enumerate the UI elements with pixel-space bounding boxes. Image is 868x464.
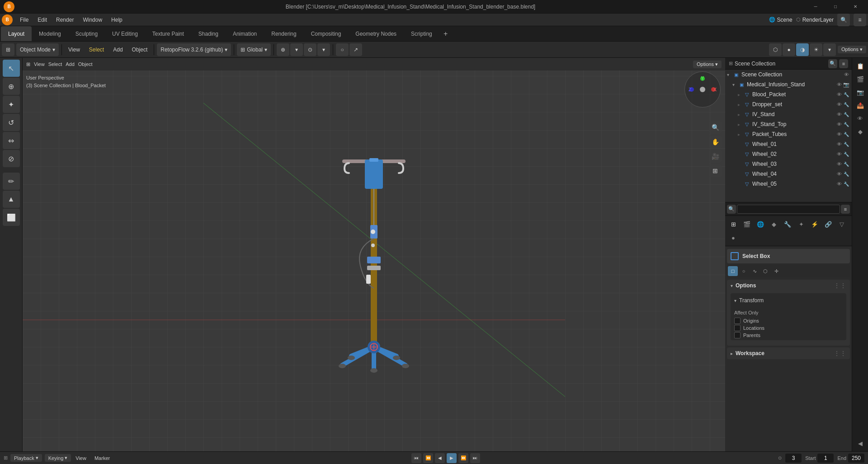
workspace-dots[interactable]: ⋮⋮: [834, 350, 846, 357]
close-button[interactable]: ✕: [846, 2, 864, 11]
vis-render-medical[interactable]: 📷: [843, 81, 850, 88]
prop-tab-scene[interactable]: 🎬: [741, 218, 753, 230]
outliner-blood-packet[interactable]: ▸ ▽ Blood_Packet 👁 🔧: [725, 89, 852, 99]
outliner-filter[interactable]: ≡: [839, 59, 848, 68]
blender-menu-logo[interactable]: B: [2, 14, 13, 25]
vis-eye-iv[interactable]: 👁: [835, 111, 843, 118]
scene-selector[interactable]: 🌐 Scene: [769, 17, 793, 23]
vp-options-btn[interactable]: Options ▾: [693, 61, 722, 68]
prop-tab-object[interactable]: ◆: [768, 218, 780, 230]
options-header[interactable]: ▾ Options ⋮⋮: [727, 280, 850, 291]
vis-eye-w5[interactable]: 👁: [835, 180, 843, 187]
add-workspace-button[interactable]: +: [439, 26, 452, 41]
options-dots[interactable]: ⋮⋮: [834, 282, 846, 289]
retopo-button[interactable]: RetopoFlow 3.2.6 (github) ▾: [157, 43, 231, 56]
prop-tab-modifier[interactable]: 🔧: [781, 218, 794, 230]
prop-tab-physics[interactable]: ⚡: [808, 218, 821, 230]
vp-object-menu[interactable]: Object: [78, 61, 93, 67]
vp-view-menu[interactable]: View: [34, 61, 45, 67]
playback-dropdown[interactable]: Playback ▾: [10, 454, 42, 462]
view-menu[interactable]: View: [65, 45, 84, 55]
tool-move[interactable]: ✦: [3, 96, 20, 113]
outliner-wheel-05[interactable]: ▽ Wheel_05 👁 🔧: [725, 179, 852, 189]
outliner-iv-stand-top[interactable]: ▸ ▽ IV_Stand_Top 👁 🔧: [725, 119, 852, 129]
prop-tab-material[interactable]: ●: [727, 231, 740, 244]
vis-render-w5[interactable]: 🔧: [843, 180, 850, 187]
ri-object[interactable]: ◆: [854, 125, 867, 138]
tab-layout[interactable]: Layout: [1, 26, 32, 41]
tl-play[interactable]: ▶: [447, 453, 457, 463]
workspace-header[interactable]: ▸ Workspace ⋮⋮: [727, 347, 850, 359]
global-selector[interactable]: ⊞ Global ▾: [237, 43, 271, 56]
zoom-in-button[interactable]: 🔍: [709, 121, 722, 134]
outliner-medical-collection[interactable]: ▾ ▣ Medical_Infusion_Stand 👁 📷: [725, 80, 852, 89]
vis-render-w4[interactable]: 🔧: [843, 170, 850, 178]
vp-select-menu[interactable]: Select: [48, 61, 62, 67]
ri-properties[interactable]: 📋: [854, 60, 867, 72]
vis-eye-iv-top[interactable]: 👁: [835, 121, 843, 128]
vis-eye-scene[interactable]: 👁: [843, 71, 850, 78]
origins-checkbox[interactable]: [734, 318, 741, 324]
prop-tab-world[interactable]: 🌐: [754, 218, 767, 230]
tl-next-keyframe[interactable]: ⏩: [458, 453, 468, 463]
tab-scripting[interactable]: Scripting: [404, 26, 439, 41]
tool-select[interactable]: ↖: [3, 60, 20, 77]
vp-add-menu[interactable]: Add: [66, 61, 75, 67]
camera-button[interactable]: 🎥: [709, 150, 722, 163]
tab-uv-editing[interactable]: UV Editing: [105, 26, 145, 41]
tl-view-menu[interactable]: View: [72, 455, 90, 462]
proportional-settings[interactable]: ▾: [317, 43, 330, 56]
filter-button[interactable]: ≡: [854, 14, 866, 26]
tab-compositing[interactable]: Compositing: [304, 26, 349, 41]
tab-sculpting[interactable]: Sculpting: [68, 26, 105, 41]
menu-help[interactable]: Help: [107, 15, 127, 25]
parents-checkbox[interactable]: [734, 332, 741, 338]
tl-jump-start[interactable]: ⏮: [411, 453, 421, 463]
vp-header-icon[interactable]: ⊞: [26, 61, 30, 67]
vis-eye-w3[interactable]: 👁: [835, 160, 843, 168]
ri-render[interactable]: 📷: [854, 86, 867, 98]
tool-transform[interactable]: ⊘: [3, 150, 20, 167]
prop-search[interactable]: 🔍: [727, 205, 736, 214]
tab-animation[interactable]: Animation: [226, 26, 264, 41]
ri-scene[interactable]: 🎬: [854, 73, 867, 85]
prop-tab-particles[interactable]: ✦: [795, 218, 807, 230]
snap-toggle[interactable]: ⊕: [277, 43, 289, 56]
vis-eye-blood[interactable]: 👁: [835, 91, 843, 98]
prop-menu[interactable]: ≡: [841, 205, 850, 214]
rendered-shading[interactable]: ☀: [810, 43, 822, 56]
vis-render-dropper[interactable]: 🔧: [843, 101, 850, 108]
navigation-gizmo[interactable]: X Y Z: [684, 71, 721, 108]
tl-marker-menu[interactable]: Marker: [91, 455, 113, 462]
wireframe-shading[interactable]: ⬡: [769, 43, 782, 56]
menu-render[interactable]: Render: [52, 15, 78, 25]
select-menu[interactable]: Select: [85, 45, 108, 55]
tool-annotate[interactable]: ✏: [3, 173, 20, 190]
outliner-wheel-04[interactable]: ▽ Wheel_04 👁 🔧: [725, 169, 852, 179]
maximize-button[interactable]: □: [826, 2, 844, 11]
tool-measure[interactable]: ▲: [3, 191, 20, 208]
options-dropdown[interactable]: Options ▾: [838, 46, 866, 53]
mode-selector[interactable]: Object Mode ▾: [16, 43, 59, 56]
sb-circle[interactable]: ○: [739, 266, 749, 276]
tool-scale[interactable]: ⇔: [3, 132, 20, 149]
viewport-3d[interactable]: ⊞ View Select Add Object Options ▾ User …: [23, 58, 725, 451]
outliner-wheel-03[interactable]: ▽ Wheel_03 👁 🔧: [725, 159, 852, 169]
outliner-packet-tubes[interactable]: ▸ ▽ Packet_Tubes 👁 🔧: [725, 129, 852, 139]
object-menu[interactable]: Object: [128, 45, 151, 55]
start-frame-input[interactable]: [817, 454, 834, 463]
solid-shading[interactable]: ●: [783, 43, 795, 56]
prop-tab-data[interactable]: ▽: [835, 218, 848, 230]
vis-eye-tubes[interactable]: 👁: [835, 131, 843, 138]
vis-render-w2[interactable]: 🔧: [843, 150, 850, 158]
keying-dropdown[interactable]: Keying ▾: [45, 454, 71, 462]
tool-rotate[interactable]: ↺: [3, 114, 20, 131]
locations-checkbox[interactable]: [734, 325, 741, 331]
vis-eye-w1[interactable]: 👁: [835, 141, 843, 148]
outliner-scene-collection[interactable]: ▾ ▣ Scene Collection 👁: [725, 70, 852, 80]
tl-prev-keyframe[interactable]: ⏪: [423, 453, 433, 463]
tool-add-cube[interactable]: ⬜: [3, 209, 20, 226]
vis-render-iv[interactable]: 🔧: [843, 111, 850, 118]
prop-tab-active-tools[interactable]: ⊞: [727, 218, 740, 230]
tab-shading[interactable]: Shading: [191, 26, 226, 41]
